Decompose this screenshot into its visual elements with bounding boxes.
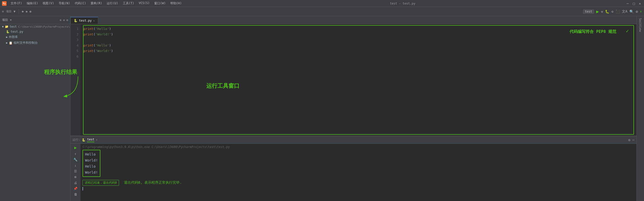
tab-filename: test.py: [79, 19, 92, 22]
run-minimize-icon[interactable]: ─: [632, 138, 634, 142]
tree-item-label: 外部库: [9, 35, 18, 39]
sidebar: 项目 ▼ ⊕ ≡ ⚙ ▼ 📁 test C:\Users\13600\Pycha…: [0, 16, 70, 201]
code-content[interactable]: print('Hello') print('World!') print('He…: [80, 24, 636, 136]
tree-item-testpy[interactable]: 🐍 test.py: [0, 29, 70, 34]
run-button[interactable]: ▶: [596, 9, 599, 14]
right-panel: SoiView: [636, 16, 644, 201]
collapse-arrow-icon: ▶: [6, 41, 8, 44]
collapse-arrow-icon: ▶: [6, 35, 8, 39]
menu-vcs[interactable]: VCS(S): [137, 1, 152, 6]
run-panel-controls: ⚙ ─: [628, 138, 634, 142]
coverage-icon[interactable]: ⊙: [611, 10, 613, 14]
run-config-selector[interactable]: test: [583, 9, 594, 14]
code-line-5: print('World!'): [84, 48, 633, 54]
code-line-6: [84, 54, 633, 59]
add-scope-icon[interactable]: ⊕: [60, 18, 61, 22]
menu-run[interactable]: 运行(U): [105, 1, 120, 6]
menu-tools[interactable]: 工具(T): [121, 1, 136, 6]
search-icon[interactable]: 🔍: [629, 10, 634, 14]
file-tree: ▼ 📁 test C:\Users\13600\PycharmProjects\…: [0, 24, 70, 201]
close-button[interactable]: ✕: [638, 2, 642, 6]
pep8-check-icon: ✓: [626, 28, 629, 34]
menu-window[interactable]: 窗口(W): [152, 1, 168, 6]
code-editor[interactable]: 1 2 3 4 5 6 print('Hello'): [70, 24, 636, 136]
run-config-icon: 🐍: [82, 138, 86, 142]
run-gear-icon[interactable]: ⚙: [628, 138, 630, 142]
menu-edit[interactable]: 编辑(E): [25, 1, 40, 6]
tree-item-path: C:\Users\13600\PycharmProjects\test: [18, 25, 70, 28]
debug-icon[interactable]: 🐛: [605, 10, 609, 14]
run-label: 运行:: [72, 138, 80, 142]
tree-item-test-root[interactable]: ▼ 📁 test C:\Users\13600\PycharmProjects\…: [0, 24, 70, 29]
maximize-button[interactable]: □: [632, 2, 636, 6]
soiview-label[interactable]: SoiView: [638, 18, 642, 32]
run-output-box: Hello World! Hello World!: [83, 150, 100, 177]
grid-icon[interactable]: ⊞: [74, 175, 76, 179]
window-controls[interactable]: ─ □ ✕: [626, 2, 642, 6]
run-tab-name[interactable]: test: [87, 138, 94, 142]
trash-icon[interactable]: 🗑: [74, 192, 77, 196]
tree-item-external-libs[interactable]: ▶ 外部库: [0, 34, 70, 40]
menu-help[interactable]: 帮助(H): [168, 1, 184, 6]
run-panel-body: ▶ ↑ 🔧 ↓ ☰ ⊞ 🖨 📌 🗑 C:\p: [70, 144, 636, 201]
scroll-down-icon[interactable]: ↓: [74, 164, 76, 167]
menu-nav[interactable]: 导航(N): [57, 1, 72, 6]
project-dropdown-icon[interactable]: ▼: [14, 10, 16, 13]
tree-item-scratch[interactable]: ▶ 📋 临时文件和控制台: [0, 40, 70, 46]
code-line-4: print('Hello'): [84, 43, 633, 48]
editor-tab-testpy[interactable]: 🐍 test.py ✕: [70, 17, 98, 24]
run-panel: 运行: 🐍 test × ⚙ ─ ▶ ↑: [70, 136, 636, 201]
sidebar-project-label: 项目: [2, 18, 8, 22]
layout: 项目 ▼ ⊕ ≡ ⚙ ▼ 📁 test C:\Users\13600\Pycha…: [0, 16, 644, 201]
tree-folder-icon: 📁: [5, 25, 9, 28]
structure-icon[interactable]: ≡: [26, 10, 27, 13]
translate-icon[interactable]: 文A: [622, 9, 627, 14]
menu-bar[interactable]: 文件(F) 编辑(E) 视图(V) 导航(N) 代码(C) 重构(R) 运行(U…: [9, 1, 184, 6]
wrench-icon[interactable]: 🔧: [73, 158, 77, 162]
tab-close-icon[interactable]: ✕: [93, 19, 95, 22]
code-line-2: print('World!'): [84, 32, 633, 37]
format-icon[interactable]: ☰: [74, 169, 77, 173]
menu-file[interactable]: 文件(F): [9, 1, 24, 6]
output-line-1: Hello: [85, 151, 98, 157]
toolbar-right: test ▶ ⚒ 🐛 ⊙ ⬛ 文A 🔍 ⚙ ⬆: [583, 9, 642, 14]
print-icon[interactable]: 🖨: [74, 181, 77, 185]
scroll-up-icon[interactable]: ↑: [74, 152, 76, 156]
git-icon[interactable]: ⬆: [640, 10, 642, 14]
menu-code[interactable]: 代码(C): [73, 1, 88, 6]
window-title: test - test.py: [184, 2, 621, 5]
run-panel-header: 运行: 🐍 test × ⚙ ─: [70, 136, 636, 144]
run-play-button[interactable]: ▶: [74, 145, 77, 150]
sidebar-header: 项目 ▼ ⊕ ≡ ⚙: [0, 16, 70, 24]
editor-inner: 1 2 3 4 5 6 print('Hello'): [70, 24, 636, 136]
run-output: Hello World! Hello World!: [83, 150, 634, 178]
run-exit-area: 进程已结束，退出代码0 退出代码0, 表示程序正常执行完毕.: [83, 180, 634, 186]
pep8-annotation: 代码编写符合 PEP8 规范: [570, 29, 616, 34]
pin-icon[interactable]: 📌: [73, 187, 77, 190]
scratch-icon: 📋: [9, 41, 13, 45]
run-tab-close-icon[interactable]: ×: [96, 138, 98, 141]
tree-item-label: test.py: [11, 30, 23, 33]
minimize-button[interactable]: ─: [626, 2, 630, 6]
exit-badge: 进程已结束，退出代码0: [83, 180, 119, 186]
app-logo: Py: [2, 1, 7, 6]
stop-icon[interactable]: ⬛: [616, 10, 620, 14]
code-line-1: print('Hello'): [84, 26, 633, 32]
menu-view[interactable]: 视图(V): [41, 1, 56, 6]
cursor-area: [83, 187, 634, 191]
line-numbers: 1 2 3 4 5 6: [70, 24, 80, 136]
build-icon[interactable]: ⚒: [601, 10, 603, 14]
settings-icon[interactable]: ⚙: [29, 10, 31, 13]
sidebar-toggle-icon[interactable]: ≡: [2, 10, 4, 13]
gear-icon[interactable]: ⚙: [66, 18, 68, 22]
menu-refactor[interactable]: 重构(R): [89, 1, 104, 6]
settings-gear-icon[interactable]: ⚙: [636, 10, 638, 14]
editor-tabs: 🐍 test.py ✕: [70, 16, 636, 24]
run-sidebar: ▶ ↑ 🔧 ↓ ☰ ⊞ 🖨 📌 🗑: [70, 144, 80, 201]
collapse-icon[interactable]: ≡: [63, 18, 65, 22]
run-command: C:\programming\python3.9.4\python.exe C:…: [83, 145, 634, 149]
add-icon[interactable]: ⊕: [22, 10, 24, 13]
titlebar: Py 文件(F) 编辑(E) 视图(V) 导航(N) 代码(C) 重构(R) 运…: [0, 0, 644, 7]
code-line-3: [84, 37, 633, 43]
output-line-2: World!: [85, 157, 98, 163]
